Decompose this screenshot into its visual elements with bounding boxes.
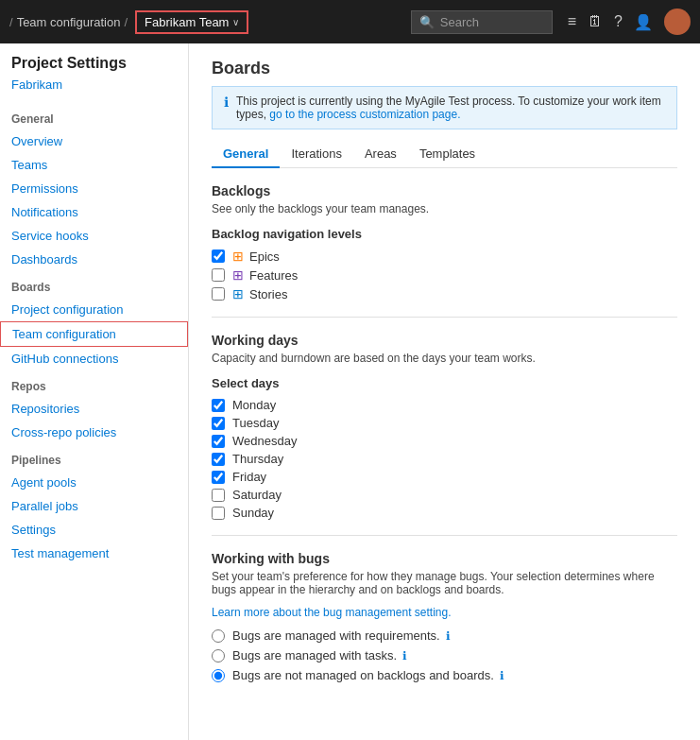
tabs: General Iterations Areas Templates bbox=[212, 141, 677, 168]
monday-checkbox[interactable] bbox=[212, 399, 225, 412]
working-days-title: Working days bbox=[212, 333, 677, 348]
breadcrumb-sep2: / bbox=[124, 15, 128, 29]
avatar[interactable] bbox=[664, 9, 691, 35]
friday-label: Friday bbox=[232, 470, 266, 484]
help-icon[interactable]: ? bbox=[614, 13, 623, 30]
day-thursday: Thursday bbox=[212, 452, 677, 466]
list-icon[interactable]: ≡ bbox=[568, 13, 576, 30]
calendar-icon[interactable]: 🗓 bbox=[588, 13, 603, 30]
team-name: Fabrikam Team bbox=[145, 15, 229, 29]
monday-label: Monday bbox=[232, 398, 276, 412]
friday-checkbox[interactable] bbox=[212, 471, 225, 484]
bugs-requirements: Bugs are managed with requirements. ℹ bbox=[212, 628, 677, 643]
sidebar-item-agent-pools[interactable]: Agent pools bbox=[0, 471, 188, 494]
sidebar-item-notifications[interactable]: Notifications bbox=[0, 200, 188, 224]
epics-icon: ⊞ bbox=[232, 249, 244, 264]
learn-more-anchor[interactable]: Learn more about the bug management sett… bbox=[212, 606, 452, 619]
sidebar-item-teams[interactable]: Teams bbox=[0, 153, 188, 177]
tab-general[interactable]: General bbox=[212, 141, 280, 168]
bugs-options: Bugs are managed with requirements. ℹ Bu… bbox=[212, 628, 677, 682]
divider-1 bbox=[212, 317, 677, 318]
bugs-requirements-label: Bugs are managed with requirements. ℹ bbox=[232, 628, 451, 643]
sidebar-item-settings[interactable]: Settings bbox=[0, 518, 188, 542]
sidebar-section-repos: Repos bbox=[0, 370, 188, 397]
learn-more-link: Learn more about the bug management sett… bbox=[212, 606, 677, 619]
sidebar-section-general: General bbox=[0, 103, 188, 129]
tuesday-label: Tuesday bbox=[232, 416, 279, 430]
working-days-description: Capacity and burndown are based on the d… bbox=[212, 352, 677, 365]
breadcrumb: / Team configuration / bbox=[9, 15, 128, 29]
sidebar-section-boards: Boards bbox=[0, 271, 188, 298]
tab-areas[interactable]: Areas bbox=[353, 141, 408, 168]
backlog-item-epics: ⊞ Epics bbox=[212, 249, 677, 264]
chevron-down-icon: ∨ bbox=[232, 17, 239, 27]
sidebar-item-cross-repo-policies[interactable]: Cross-repo policies bbox=[0, 421, 188, 444]
info-icon: ℹ bbox=[224, 95, 229, 110]
sidebar-title: Project Settings bbox=[0, 55, 188, 76]
bugs-not-managed: Bugs are not managed on backlogs and boa… bbox=[212, 668, 677, 682]
content-area: Boards ℹ This project is currently using… bbox=[189, 43, 700, 740]
backlogs-title: Backlogs bbox=[212, 183, 677, 198]
breadcrumb-team-config: Team configuration bbox=[17, 15, 121, 29]
info-banner-text: This project is currently using the MyAg… bbox=[236, 95, 665, 121]
sidebar-item-dashboards[interactable]: Dashboards bbox=[0, 248, 188, 271]
info-icon-bugs-none[interactable]: ℹ bbox=[500, 669, 504, 682]
tab-iterations[interactable]: Iterations bbox=[280, 141, 352, 168]
day-tuesday: Tuesday bbox=[212, 416, 677, 430]
topbar: / Team configuration / Fabrikam Team ∨ 🔍… bbox=[0, 0, 700, 43]
sidebar-item-test-management[interactable]: Test management bbox=[0, 542, 188, 565]
bugs-tasks-label: Bugs are managed with tasks. ℹ bbox=[232, 648, 407, 663]
epics-checkbox[interactable] bbox=[212, 250, 225, 263]
thursday-checkbox[interactable] bbox=[212, 453, 225, 466]
user-icon[interactable]: 👤 bbox=[634, 13, 653, 31]
tab-templates[interactable]: Templates bbox=[408, 141, 487, 168]
backlog-nav-levels-title: Backlog navigation levels bbox=[212, 227, 677, 241]
epics-label: ⊞ Epics bbox=[232, 249, 280, 264]
info-banner: ℹ This project is currently using the My… bbox=[212, 86, 677, 129]
info-icon-bugs-req[interactable]: ℹ bbox=[446, 629, 451, 643]
features-checkbox[interactable] bbox=[212, 268, 225, 282]
day-wednesday: Wednesday bbox=[212, 434, 677, 448]
sidebar-section-pipelines: Pipelines bbox=[0, 444, 188, 471]
working-days-group: Monday Tuesday Wednesday Thursday Friday… bbox=[212, 398, 677, 520]
bugs-tasks-radio[interactable] bbox=[212, 649, 225, 663]
bugs-requirements-radio[interactable] bbox=[212, 629, 225, 643]
backlog-item-features: ⊞ Features bbox=[212, 267, 677, 283]
stories-checkbox[interactable] bbox=[212, 287, 225, 301]
day-sunday: Sunday bbox=[212, 506, 677, 520]
sidebar-item-project-configuration[interactable]: Project configuration bbox=[0, 298, 188, 321]
bugs-not-managed-radio[interactable] bbox=[212, 669, 225, 682]
main-layout: Project Settings Fabrikam General Overvi… bbox=[0, 43, 700, 740]
bugs-not-managed-label: Bugs are not managed on backlogs and boa… bbox=[232, 668, 504, 682]
search-input[interactable] bbox=[440, 15, 535, 29]
sunday-checkbox[interactable] bbox=[212, 507, 225, 520]
sidebar-item-repositories[interactable]: Repositories bbox=[0, 397, 188, 421]
divider-2 bbox=[212, 535, 677, 536]
saturday-checkbox[interactable] bbox=[212, 489, 225, 502]
page-title: Boards bbox=[212, 59, 677, 78]
day-monday: Monday bbox=[212, 398, 677, 412]
sidebar-item-overview[interactable]: Overview bbox=[0, 129, 188, 153]
search-box[interactable]: 🔍 bbox=[411, 10, 553, 34]
tuesday-checkbox[interactable] bbox=[212, 417, 225, 430]
wednesday-checkbox[interactable] bbox=[212, 435, 225, 448]
saturday-label: Saturday bbox=[232, 488, 282, 502]
sidebar-item-github-connections[interactable]: GitHub connections bbox=[0, 347, 188, 370]
sidebar-item-parallel-jobs[interactable]: Parallel jobs bbox=[0, 494, 188, 518]
working-with-bugs-description: Set your team's preference for how they … bbox=[212, 570, 677, 596]
sidebar-item-team-configuration[interactable]: Team configuration bbox=[0, 321, 188, 347]
sidebar-item-service-hooks[interactable]: Service hooks bbox=[0, 224, 188, 248]
search-icon: 🔍 bbox=[419, 15, 435, 29]
sidebar-project[interactable]: Fabrikam bbox=[0, 76, 188, 103]
sidebar-item-permissions[interactable]: Permissions bbox=[0, 177, 188, 200]
team-selector[interactable]: Fabrikam Team ∨ bbox=[135, 10, 248, 34]
stories-icon: ⊞ bbox=[232, 286, 244, 301]
select-days-title: Select days bbox=[212, 376, 677, 390]
info-banner-link[interactable]: go to the process customization page. bbox=[269, 108, 460, 121]
sidebar: Project Settings Fabrikam General Overvi… bbox=[0, 43, 189, 740]
topbar-icons: ≡ 🗓 ? 👤 bbox=[568, 9, 691, 35]
backlog-item-stories: ⊞ Stories bbox=[212, 286, 677, 301]
wednesday-label: Wednesday bbox=[232, 434, 297, 448]
info-icon-bugs-tasks[interactable]: ℹ bbox=[402, 649, 407, 663]
features-icon: ⊞ bbox=[232, 267, 244, 283]
